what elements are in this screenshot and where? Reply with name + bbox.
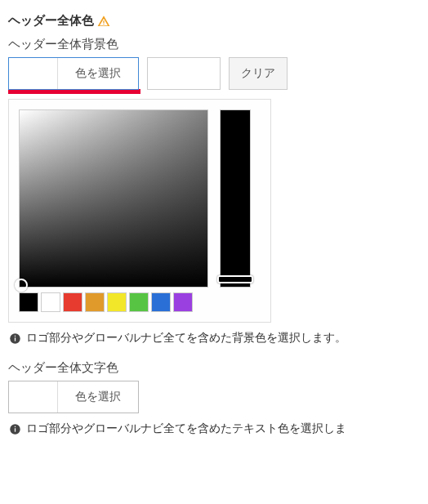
preset-swatch[interactable] [151, 292, 171, 312]
bgcolor-label: ヘッダー全体背景色 [8, 37, 420, 52]
preset-swatch-row [19, 292, 208, 312]
bgcolor-clear-button[interactable]: クリア [229, 57, 288, 90]
textcolor-help: ロゴ部分やグローバルナビ全てを含めたテキスト色を選択しま [8, 421, 420, 436]
warning-icon [97, 15, 110, 28]
bgcolor-swatch-preview [9, 58, 58, 89]
sv-cursor [15, 279, 28, 292]
preset-swatch[interactable] [19, 292, 38, 312]
picker-left-col [19, 109, 208, 312]
color-picker-panel [8, 99, 271, 323]
saturation-value-area[interactable] [19, 109, 208, 288]
textcolor-select-label: 色を選択 [58, 381, 138, 413]
textcolor-select-button[interactable]: 色を選択 [8, 381, 139, 413]
bgcolor-text-input[interactable] [147, 57, 221, 90]
preset-swatch[interactable] [41, 292, 60, 312]
svg-rect-4 [14, 428, 15, 431]
textcolor-label: ヘッダー全体文字色 [8, 360, 420, 376]
textcolor-group: ヘッダー全体文字色 色を選択 ロゴ部分やグローバルナビ全てを含めたテキスト色を選… [8, 360, 420, 436]
preset-swatch[interactable] [85, 292, 105, 312]
bgcolor-help: ロゴ部分やグローバルナビ全てを含めた背景色を選択します。 [8, 331, 420, 346]
bgcolor-select-button[interactable]: 色を選択 [8, 57, 139, 90]
preset-swatch[interactable] [173, 292, 193, 312]
section-title-text: ヘッダー全体色 [8, 13, 94, 29]
textcolor-swatch-preview [9, 381, 58, 413]
hue-handle [217, 275, 253, 283]
info-icon [8, 422, 21, 435]
section-title: ヘッダー全体色 [8, 13, 420, 29]
bgcolor-row: 色を選択 クリア [8, 57, 420, 90]
svg-rect-1 [14, 337, 15, 341]
hue-slider[interactable] [220, 109, 251, 288]
info-icon [8, 332, 21, 345]
svg-rect-2 [14, 335, 15, 336]
textcolor-help-text: ロゴ部分やグローバルナビ全てを含めたテキスト色を選択しま [26, 421, 346, 436]
preset-swatch[interactable] [129, 292, 149, 312]
textcolor-row: 色を選択 [8, 381, 420, 413]
bgcolor-select-label: 色を選択 [58, 58, 138, 89]
svg-rect-5 [14, 426, 15, 426]
preset-swatch[interactable] [107, 292, 127, 312]
preset-swatch[interactable] [63, 292, 82, 312]
bgcolor-help-text: ロゴ部分やグローバルナビ全てを含めた背景色を選択します。 [26, 331, 346, 346]
hue-column [220, 109, 251, 312]
